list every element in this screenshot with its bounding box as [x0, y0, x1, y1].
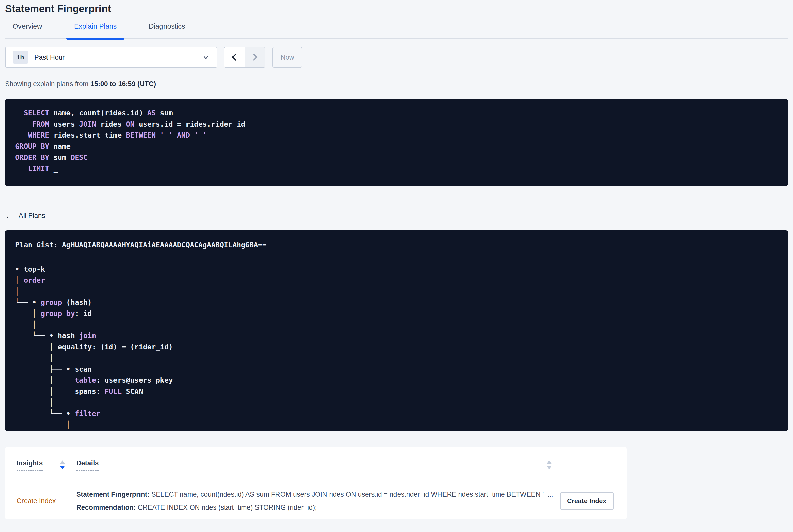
time-picker-row: 1h Past Hour Now — [5, 47, 788, 68]
sort-down-arrow — [60, 466, 65, 469]
all-plans-back-link[interactable]: ← All Plans — [5, 210, 45, 221]
detail-label: Recommendation: — [76, 504, 136, 511]
showing-plans-subtitle: Showing explain plans from 15:00 to 16:5… — [5, 79, 788, 89]
chevron-down-icon — [202, 54, 210, 61]
tab-explain-plans[interactable]: Explain Plans — [67, 22, 125, 38]
chevron-left-icon — [230, 53, 239, 62]
time-range-badge: 1h — [13, 51, 28, 64]
details-column-label[interactable]: Details — [76, 459, 99, 471]
details-cell: Statement Fingerprint: SELECT name, coun… — [74, 490, 560, 512]
insights-column-label[interactable]: Insights — [17, 459, 43, 471]
next-time-button[interactable] — [245, 48, 265, 67]
page-title: Statement Fingerprint — [5, 1, 788, 16]
detail-text: CREATE INDEX ON rides (start_time) STORI… — [136, 504, 317, 511]
time-range-dropdown[interactable]: 1h Past Hour — [5, 47, 217, 68]
subtitle-prefix: Showing explain plans from — [5, 80, 91, 88]
time-range-label: Past Hour — [34, 54, 65, 61]
plan-gist-text: Plan Gist: AgHUAQIABQAAAAHYAQIAiAEAAAADC… — [15, 240, 778, 251]
insights-table-card: Insights Details Create Index — [5, 447, 627, 519]
statement-fingerprint-page: Statement Fingerprint Overview Explain P… — [0, 0, 793, 519]
statement-fingerprint-detail: Statement Fingerprint: SELECT name, coun… — [76, 490, 560, 499]
create-index-link[interactable]: Create Index — [17, 497, 74, 505]
now-button[interactable]: Now — [272, 47, 302, 68]
create-index-button[interactable]: Create Index — [560, 492, 613, 510]
plan-gist-block: Plan Gist: AgHUAQIABQAAAAHYAQIAiAEAAAADC… — [5, 230, 788, 431]
back-link-label: All Plans — [19, 210, 45, 221]
insights-table-header: Insights Details — [11, 447, 621, 476]
arrow-left-icon: ← — [5, 210, 14, 221]
subtitle-time-range: 15:00 to 16:59 (UTC) — [91, 80, 156, 88]
detail-text: SELECT name, count(rides.id) AS sum FROM… — [150, 491, 553, 498]
chevron-right-icon — [251, 53, 259, 62]
plan-tree: • top-k│ order│└── • group (hash) │ grou… — [15, 264, 778, 431]
column-header-details: Details — [74, 459, 621, 471]
column-header-insights: Insights — [11, 459, 74, 471]
sort-up-arrow — [60, 460, 65, 464]
tab-bar: Overview Explain Plans Diagnostics — [5, 22, 788, 39]
detail-label: Statement Fingerprint: — [76, 491, 150, 498]
sort-down-arrow — [546, 466, 552, 469]
time-pager — [224, 47, 265, 68]
tab-diagnostics[interactable]: Diagnostics — [141, 22, 193, 38]
recommendation-detail: Recommendation: CREATE INDEX ON rides (s… — [76, 503, 560, 512]
sort-icon[interactable] — [546, 460, 552, 469]
previous-time-button[interactable] — [224, 48, 245, 67]
table-row: Create Index Statement Fingerprint: SELE… — [11, 476, 621, 518]
sort-up-arrow — [546, 460, 552, 464]
sort-icon[interactable] — [60, 460, 65, 469]
sql-statement-block: SELECT name, count(rides.id) AS sum FROM… — [5, 99, 788, 186]
tab-overview[interactable]: Overview — [5, 22, 50, 38]
